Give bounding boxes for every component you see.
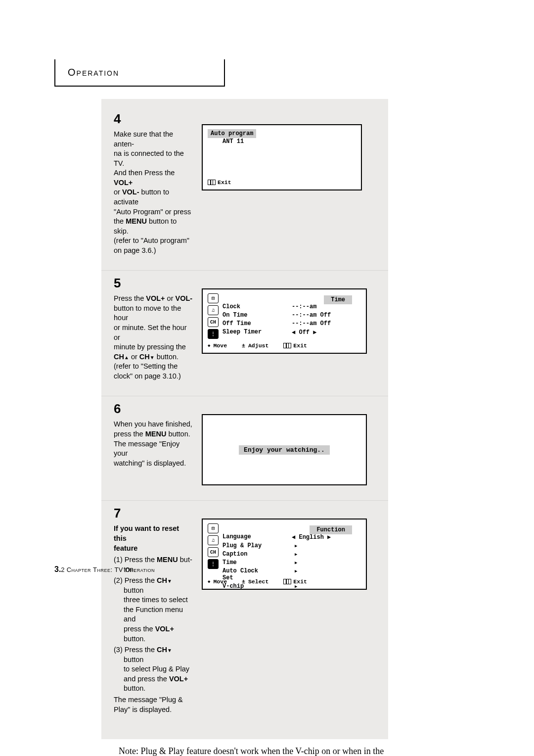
t: When you have finished, (114, 420, 192, 428)
t: MENU (157, 556, 178, 564)
t: VOL+ (155, 625, 174, 633)
step-number: 5 (114, 276, 123, 291)
osd-val: --:--am (292, 303, 316, 310)
t: VOL- (122, 188, 139, 196)
osd-category-icons: ⊡ ♫ CH ⋮ (208, 523, 219, 569)
osd-enjoy: Enjoy your watching.. (202, 414, 367, 485)
osd-move: Move (208, 342, 227, 349)
triangle-down-icon: ▼ (167, 648, 172, 653)
t: Play" is displayed. (114, 706, 172, 713)
function-icon: ⋮ (208, 329, 219, 339)
osd-move: Move (208, 578, 227, 585)
t: (1) Press the (114, 556, 157, 564)
menu-icon (283, 579, 291, 584)
osd-val: --:--am Off (292, 320, 331, 327)
t: the (114, 217, 126, 225)
picture-icon: ⊡ (208, 523, 219, 533)
t: (2) Press the (114, 576, 157, 584)
t: the Function menu and (124, 606, 183, 623)
step-5: 5 Press the VOL+ or VOL- button to move … (101, 271, 388, 396)
triangle-right-icon: ▶ (313, 329, 316, 336)
triangle-down-icon: ▼ (150, 355, 155, 360)
channel-icon: CH (208, 547, 219, 557)
t: Make sure that the anten- (114, 130, 173, 148)
t: CH (139, 353, 150, 361)
osd-function: ⊡ ♫ CH ⋮ Function Language◀ English ▶ Pl… (202, 519, 367, 590)
osd-line: ANT 11 (222, 138, 244, 145)
reset-list: (1) Press the MENU but-ton. (2) Press th… (114, 555, 193, 694)
t: "Auto Program" or press (114, 208, 191, 216)
page: Operation 4 Make sure that the anten- na… (0, 0, 534, 756)
osd-footer: Move Adjust Exit (208, 342, 307, 349)
note: Note: Plug & Play feature doesn't work w… (119, 745, 386, 756)
triangle-right-icon (292, 551, 297, 558)
t: If you want to reset this (114, 524, 179, 542)
osd-exit: Exit (293, 342, 307, 349)
t: Move (213, 342, 227, 349)
page-number-minor: 2 (61, 566, 64, 573)
steps-panel: 4 Make sure that the anten- na is connec… (101, 99, 388, 739)
step-text: Make sure that the anten- na is connecte… (114, 130, 193, 255)
osd-time: ⊡ ♫ CH ⋮ Time Clock--:--am On Time--:--a… (202, 288, 367, 354)
osd-label: Off Time (222, 320, 272, 327)
step-text: If you want to reset this feature (1) Pr… (114, 524, 193, 714)
t: na is connected to the TV. (114, 149, 184, 167)
section-title: Operation (68, 67, 119, 78)
t: (3) Press the (114, 646, 157, 654)
t: VOL+ (114, 179, 133, 187)
osd-label: Time (222, 559, 272, 566)
t: to select Plug & Play (124, 665, 189, 673)
function-icon: ⋮ (208, 559, 219, 569)
t: VOL- (176, 294, 193, 302)
chapter-label: Chapter Three: TV Operation (65, 566, 155, 573)
t: three times to select (124, 596, 188, 604)
triangle-left-icon: ◀ (292, 329, 295, 336)
t: or (114, 188, 122, 196)
menu-icon (208, 180, 216, 185)
osd-label: Clock (222, 303, 272, 310)
t: on page 3.6.) (114, 246, 156, 254)
osd-footer: Move Select Exit (208, 578, 307, 585)
step-4: 4 Make sure that the anten- na is connec… (101, 106, 388, 271)
osd-label: Caption (222, 551, 272, 558)
channel-icon: CH (208, 317, 219, 327)
t: or (129, 353, 139, 361)
page-number-major: 3. (54, 565, 61, 573)
picture-icon: ⊡ (208, 293, 219, 303)
t: The message "Plug & (114, 696, 183, 704)
t: button to move to the hour (114, 304, 181, 322)
t: English (299, 534, 323, 541)
t: or minute. Set the hour or (114, 324, 187, 341)
sound-icon: ♫ (208, 305, 219, 315)
t: VOL+ (146, 294, 165, 302)
t: button (124, 586, 143, 594)
osd-select: Select (242, 578, 268, 585)
osd-message: Enjoy your watching.. (239, 445, 330, 455)
osd-body: Clock--:--am On Time--:--am Off Off Time… (222, 303, 360, 336)
t: feature (114, 544, 137, 552)
osd-label: Plug & Play (222, 542, 272, 549)
t: The message "Enjoy your (114, 440, 179, 458)
t: MENU (145, 430, 167, 438)
step-number: 4 (114, 111, 123, 127)
t: VOL+ (169, 675, 188, 683)
t: press the (124, 625, 155, 633)
t: but- (178, 556, 192, 564)
osd-category-icons: ⊡ ♫ CH ⋮ (208, 293, 219, 339)
t: Adjust (248, 342, 268, 349)
t: minute by pressing the (114, 343, 186, 351)
osd-val: --:--am Off (292, 312, 331, 319)
triangle-down-icon: ▼ (167, 578, 172, 584)
step-number: 6 (114, 401, 123, 417)
t: button. (166, 430, 190, 438)
sound-icon: ♫ (208, 535, 219, 545)
t: Move (213, 578, 227, 585)
t: button. (155, 353, 178, 361)
t: button. (124, 684, 145, 692)
t: Press the (114, 294, 146, 302)
osd-footer: Exit (208, 179, 231, 186)
triangle-right-icon (292, 542, 297, 549)
t: Select (248, 578, 268, 585)
page-footer: 3.2 Chapter Three: TV Operation (54, 565, 155, 574)
step-number: 7 (114, 506, 123, 521)
